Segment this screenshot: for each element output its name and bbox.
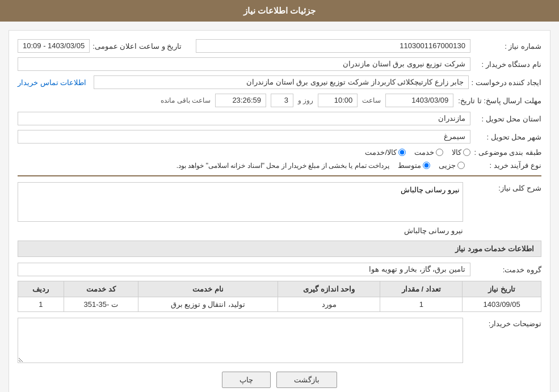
deadline-row: مهلت ارسال پاسخ: تا تاریخ: 1403/03/09 سا… bbox=[18, 94, 541, 107]
col-header-service-name: نام خدمت bbox=[138, 281, 278, 297]
announce-value: 1403/03/05 - 10:09 bbox=[18, 39, 90, 53]
category-row: طبقه بندی موضوعی : کالا خدمت کالا/خدمت bbox=[18, 148, 541, 157]
cell-quantity: 1 bbox=[380, 297, 463, 312]
purchase-jozi-radio[interactable] bbox=[457, 162, 465, 169]
category-radio-group: کالا خدمت کالا/خدمت bbox=[365, 148, 470, 157]
category-khedmat-item: خدمت bbox=[414, 148, 443, 157]
cell-measure: مورد bbox=[278, 297, 380, 312]
back-button[interactable]: بازگشت bbox=[276, 372, 337, 388]
main-content: شماره نیاز : 1103001167000130 تاریخ و سا… bbox=[9, 30, 550, 392]
category-kala-khedmat-radio[interactable] bbox=[398, 149, 406, 156]
province-value: مازندران bbox=[18, 112, 470, 125]
buyer-org-value: شرکت توزیع نیروی برق استان مازندران bbox=[18, 57, 470, 71]
service-group-row: گروه خدمت: تامین برق، گاز، بخار و تهویه … bbox=[18, 263, 541, 276]
city-label: شهر محل تحویل : bbox=[473, 133, 541, 141]
col-header-row-num: ردیف bbox=[18, 281, 64, 297]
category-khedmat-radio[interactable] bbox=[436, 149, 443, 156]
purchase-note: پرداخت تمام یا بخشی از مبلغ خریدار از مح… bbox=[18, 162, 389, 170]
page-container: جزئیات اطلاعات نیاز شماره نیاز : 1103001… bbox=[0, 0, 559, 392]
buyer-notes-label: توضیحات خریدار: bbox=[468, 318, 541, 328]
city-value: سیمرغ bbox=[18, 130, 470, 144]
purchase-label: نوع فرآیند خرید : bbox=[473, 161, 541, 170]
print-button[interactable]: چاپ bbox=[222, 372, 271, 388]
purchase-radio-group: جزیی متوسط bbox=[398, 161, 465, 170]
creator-value: جابر زارع کارتیچکلائی کاربرداز شرکت توزی… bbox=[94, 75, 468, 89]
category-kala-item: کالا bbox=[452, 148, 470, 157]
service-table: تاریخ نیاز تعداد / مقدار واحد اندازه گیر… bbox=[18, 281, 541, 312]
category-khedmat-label: خدمت bbox=[414, 148, 434, 157]
page-header: جزئیات اطلاعات نیاز bbox=[0, 0, 559, 22]
province-label: استان محل تحویل : bbox=[473, 115, 541, 123]
need-number-value: 1103001167000130 bbox=[196, 39, 470, 53]
contact-link[interactable]: اطلاعات تماس خریدار bbox=[18, 78, 86, 87]
deadline-remaining-label: ساعت باقی مانده bbox=[161, 96, 211, 104]
deadline-time-label: ساعت bbox=[362, 96, 381, 104]
creator-row: ایجاد کننده درخواست : جابر زارع کارتیچکل… bbox=[18, 75, 541, 89]
table-row: 1403/09/05 1 مورد تولید، انتقال و توزیع … bbox=[18, 297, 541, 312]
buyer-notes-textarea[interactable] bbox=[18, 318, 463, 363]
need-desc-row: شرح کلی نیاز: bbox=[18, 182, 541, 222]
announce-label: تاریخ و ساعت اعلان عمومی: bbox=[93, 42, 182, 50]
col-header-date: تاریخ نیاز bbox=[463, 281, 541, 297]
need-desc-value-display: نیرو رسانی چالباش bbox=[404, 226, 463, 235]
col-header-service-code: کد خدمت bbox=[64, 281, 138, 297]
need-desc-textarea[interactable] bbox=[18, 182, 463, 222]
deadline-remaining: 23:26:59 bbox=[215, 94, 266, 107]
service-group-value: تامین برق، گاز، بخار و تهویه هوا bbox=[18, 263, 470, 276]
creator-label: ایجاد کننده درخواست : bbox=[472, 78, 541, 87]
divider bbox=[18, 175, 541, 176]
buyer-org-label: نام دستگاه خریدار : bbox=[473, 60, 541, 69]
city-row: شهر محل تحویل : سیمرغ bbox=[18, 130, 541, 144]
purchase-row: نوع فرآیند خرید : جزیی متوسط پرداخت تمام… bbox=[18, 161, 541, 170]
deadline-time: 10:00 bbox=[318, 94, 358, 107]
deadline-days: 3 bbox=[271, 94, 293, 107]
cell-service-code: ت -35-351 bbox=[64, 297, 138, 312]
service-group-label: گروه خدمت: bbox=[473, 265, 541, 274]
category-kala-khedmat-item: کالا/خدمت bbox=[365, 148, 406, 157]
cell-date: 1403/09/05 bbox=[463, 297, 541, 312]
table-header-row: تاریخ نیاز تعداد / مقدار واحد اندازه گیر… bbox=[18, 281, 541, 297]
buyer-org-row: نام دستگاه خریدار : شرکت توزیع نیروی برق… bbox=[18, 57, 541, 71]
purchase-motavasset-item: متوسط bbox=[398, 161, 430, 170]
buyer-notes-row: توضیحات خریدار: bbox=[18, 318, 541, 363]
province-row: استان محل تحویل : مازندران bbox=[18, 112, 541, 125]
category-kala-label: کالا bbox=[452, 148, 461, 157]
cell-row-num: 1 bbox=[18, 297, 64, 312]
category-kala-khedmat-label: کالا/خدمت bbox=[365, 148, 397, 157]
services-section-header: اطلاعات خدمات مورد نیاز bbox=[18, 241, 541, 257]
deadline-day-label: روز و bbox=[298, 96, 313, 104]
need-number-label: شماره نیاز : bbox=[473, 42, 541, 50]
purchase-motavasset-radio[interactable] bbox=[423, 162, 430, 169]
purchase-motavasset-label: متوسط bbox=[398, 161, 421, 170]
col-header-measure: واحد اندازه گیری bbox=[278, 281, 380, 297]
need-desc-label: شرح کلی نیاز: bbox=[468, 182, 541, 192]
category-kala-radio[interactable] bbox=[463, 149, 470, 156]
need-number-row: شماره نیاز : 1103001167000130 تاریخ و سا… bbox=[18, 39, 541, 53]
col-header-quantity: تعداد / مقدار bbox=[380, 281, 463, 297]
deadline-label: مهلت ارسال پاسخ: تا تاریخ: bbox=[458, 96, 541, 105]
deadline-date: 1403/03/09 bbox=[385, 94, 453, 107]
purchase-jozi-item: جزیی bbox=[439, 161, 465, 170]
button-row: بازگشت چاپ bbox=[18, 372, 541, 388]
category-label: طبقه بندی موضوعی : bbox=[473, 148, 541, 157]
header-title: جزئیات اطلاعات نیاز bbox=[243, 6, 316, 15]
purchase-jozi-label: جزیی bbox=[439, 161, 456, 170]
cell-service-name: تولید، انتقال و توزیع برق bbox=[138, 297, 278, 312]
